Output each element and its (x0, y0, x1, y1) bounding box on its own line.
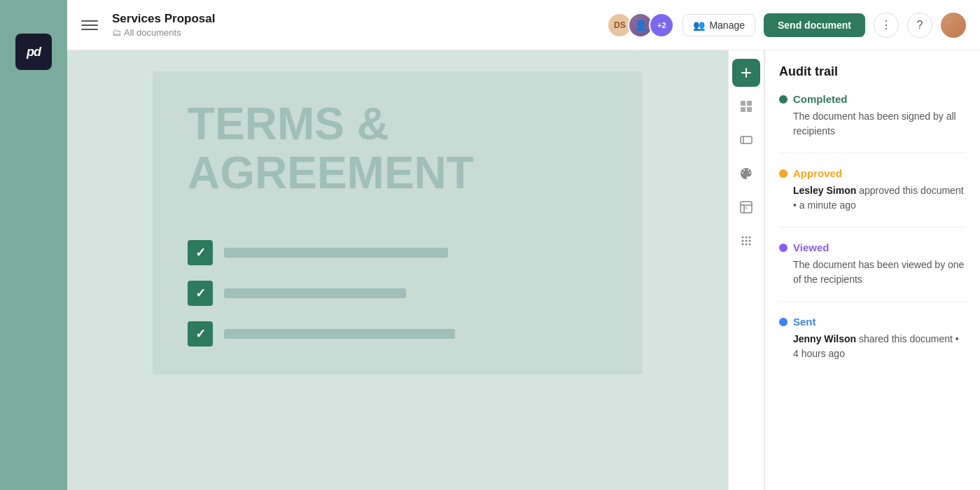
svg-rect-1 (747, 101, 752, 106)
completed-description: The document has been signed by all reci… (779, 109, 966, 139)
sidebar-icons: $ (728, 50, 764, 490)
add-icon-button[interactable] (732, 59, 760, 87)
checkbox-row-3: ✓ (188, 321, 608, 346)
viewed-dot (779, 244, 788, 252)
sent-label: Sent (793, 316, 816, 328)
apps-icon-button[interactable] (732, 227, 760, 255)
logo-bar: pd (0, 0, 67, 490)
audit-status-viewed: Viewed (779, 241, 966, 253)
svg-point-11 (746, 237, 748, 239)
main-container: Services Proposal 🗂 All documents DS 👤 +… (67, 0, 980, 490)
send-document-button[interactable]: Send document (764, 13, 865, 37)
svg-point-10 (742, 237, 744, 239)
all-documents-link[interactable]: All documents (124, 27, 181, 38)
folder-icon: 🗂 (112, 27, 121, 38)
pricing-icon-button[interactable]: $ (732, 193, 760, 221)
svg-point-12 (749, 237, 751, 239)
audit-item-completed: Completed The document has been signed b… (779, 93, 966, 153)
svg-rect-0 (741, 101, 746, 106)
checkmark-icon: ✓ (195, 245, 206, 260)
viewed-description: The document has been viewed by one of t… (779, 258, 966, 287)
checkmark-icon: ✓ (195, 286, 206, 301)
checkbox-1[interactable]: ✓ (188, 240, 213, 265)
viewed-label: Viewed (793, 241, 829, 253)
sent-dot (779, 318, 788, 326)
avatar-count[interactable]: +2 (649, 13, 674, 38)
logo-text: pd (27, 45, 41, 59)
line-3 (224, 329, 455, 339)
approved-name: Lesley Simon (793, 185, 856, 196)
audit-trail-title: Audit trail (779, 64, 966, 79)
audit-item-sent: Sent Jenny Wilson shared this document •… (779, 316, 966, 375)
svg-rect-4 (741, 136, 752, 144)
document-heading: TERMS & AGREEMENT (188, 99, 474, 198)
checkbox-row-1: ✓ (188, 240, 608, 265)
svg-point-14 (746, 240, 748, 242)
approved-label: Approved (793, 167, 842, 179)
line-1 (224, 248, 448, 258)
manage-label: Manage (709, 20, 745, 31)
document-page: TERMS & AGREEMENT ✓ ✓ (153, 71, 643, 374)
svg-rect-2 (741, 107, 746, 112)
document-area: TERMS & AGREEMENT ✓ ✓ (67, 50, 728, 490)
audit-item-approved: Approved Lesley Simon approved this docu… (779, 167, 966, 227)
svg-text:$: $ (745, 206, 748, 210)
svg-point-18 (749, 244, 751, 246)
audit-status-completed: Completed (779, 93, 966, 105)
svg-point-15 (749, 240, 751, 242)
audit-status-sent: Sent (779, 316, 966, 328)
menu-button[interactable] (81, 17, 98, 34)
approved-description: Lesley Simon approved this document • a … (779, 183, 966, 213)
people-icon: 👥 (693, 20, 705, 31)
layout-icon-button[interactable] (732, 92, 760, 120)
doc-title-area: Services Proposal 🗂 All documents (112, 12, 607, 38)
approved-dot (779, 169, 788, 178)
logo[interactable]: pd (15, 34, 52, 70)
document-subtitle: 🗂 All documents (112, 27, 607, 38)
completed-label: Completed (793, 93, 848, 105)
checkmark-icon: ✓ (195, 326, 206, 342)
checkbox-2[interactable]: ✓ (188, 281, 213, 306)
audit-item-viewed: Viewed The document has been viewed by o… (779, 241, 966, 302)
audit-status-approved: Approved (779, 167, 966, 179)
svg-rect-3 (747, 107, 752, 112)
audit-panel: Audit trail Completed The document has b… (764, 50, 980, 490)
checkbox-rows: ✓ ✓ ✓ (188, 240, 608, 346)
sent-description: Jenny Wilson shared this document • 4 ho… (779, 332, 966, 361)
checkbox-3[interactable]: ✓ (188, 321, 213, 346)
field-icon-button[interactable] (732, 126, 760, 154)
help-button[interactable]: ? (907, 13, 932, 38)
content-area: TERMS & AGREEMENT ✓ ✓ (67, 50, 980, 490)
completed-dot (779, 95, 788, 104)
topbar: Services Proposal 🗂 All documents DS 👤 +… (67, 0, 980, 50)
line-2 (224, 288, 406, 298)
checkbox-row-2: ✓ (188, 281, 608, 306)
avatar-group: DS 👤 +2 (607, 13, 674, 38)
more-options-button[interactable]: ⋮ (874, 13, 899, 38)
svg-point-13 (742, 240, 744, 242)
document-title: Services Proposal (112, 12, 607, 26)
topbar-right: DS 👤 +2 👥 Manage Send document ⋮ ? (607, 13, 966, 38)
manage-button[interactable]: 👥 Manage (682, 14, 755, 36)
svg-point-16 (742, 244, 744, 246)
palette-icon-button[interactable] (732, 160, 760, 188)
svg-point-17 (746, 244, 748, 246)
user-profile-button[interactable] (941, 13, 966, 38)
sent-name: Jenny Wilson (793, 333, 856, 344)
